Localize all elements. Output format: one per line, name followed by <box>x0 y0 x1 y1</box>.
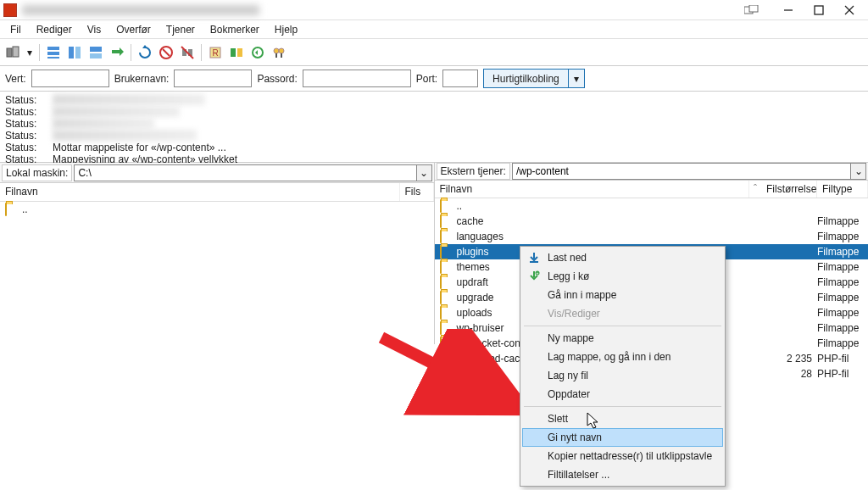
context-menu-item[interactable]: Gi nytt navn <box>522 428 723 447</box>
local-path-dropdown[interactable]: ⌄ <box>417 164 432 181</box>
close-button[interactable] <box>834 1 865 19</box>
svg-rect-7 <box>13 47 19 57</box>
file-name: cache <box>457 215 762 227</box>
sitemanager-dropdown[interactable]: ▾ <box>25 43 35 62</box>
svg-rect-1 <box>749 5 758 12</box>
context-menu-item[interactable]: Gå inn i mappe <box>522 286 723 304</box>
list-item[interactable]: cacheFilmappe <box>435 214 869 229</box>
host-input[interactable] <box>31 70 109 87</box>
log-line: Mottar mappeliste for «/wp-content» ... <box>53 142 226 153</box>
menu-rediger[interactable]: Rediger <box>30 22 79 37</box>
titlebar <box>0 0 868 20</box>
svg-text:R: R <box>212 48 218 58</box>
filter-icon[interactable]: R <box>206 43 225 62</box>
port-input[interactable] <box>442 70 478 87</box>
menu-bokmerker[interactable]: Bokmerker <box>203 22 266 37</box>
port-label: Port: <box>416 73 437 85</box>
context-menu-label: Gå inn i mappe <box>548 289 616 301</box>
local-file-list[interactable]: .. <box>0 202 434 344</box>
svg-point-26 <box>279 48 284 53</box>
folder-icon <box>440 214 442 228</box>
list-item[interactable]: .. <box>0 202 434 217</box>
context-menu-item[interactable]: Slett <box>522 409 723 428</box>
transfer-both-icon[interactable] <box>108 43 126 62</box>
user-label: Brukernavn: <box>114 73 170 85</box>
file-type: Filmappe <box>817 322 868 334</box>
context-menu-item[interactable]: Lag ny fil <box>522 366 723 385</box>
local-col-name[interactable]: Filnavn <box>0 183 400 201</box>
menu-vis[interactable]: Vis <box>81 22 108 37</box>
file-type: Filmappe <box>817 337 868 349</box>
remote-col-size[interactable]: Filstørrelse <box>761 181 817 198</box>
remote-columns: Filnavn ˆ Filstørrelse Filtype <box>435 181 869 198</box>
svg-rect-23 <box>237 48 242 57</box>
context-menu-label: Vis/Rediger <box>548 308 600 320</box>
svg-line-32 <box>381 337 526 410</box>
remote-path-dropdown[interactable]: ⌄ <box>851 163 866 180</box>
quickconnect-label: Hurtigtilkobling <box>484 70 569 87</box>
maximize-button[interactable] <box>804 1 834 19</box>
user-input[interactable] <box>174 70 252 87</box>
context-menu-item[interactable]: Lag mappe, og gå inn i den <box>522 348 723 366</box>
file-type: PHP-fil <box>817 353 868 365</box>
context-menu-item[interactable]: Last ned <box>522 248 723 267</box>
context-menu-item[interactable]: +Legg i kø <box>522 267 723 286</box>
app-icon <box>3 3 17 17</box>
disconnect-icon[interactable] <box>178 43 197 62</box>
quickconnect-button[interactable]: Hurtigtilkobling ▾ <box>483 69 585 88</box>
svg-point-25 <box>274 48 279 53</box>
file-panes: Lokal maskin: ⌄ Filnavn Fils .. Ekstern … <box>0 163 868 344</box>
toolbar: ▾ R <box>0 39 868 66</box>
local-pane: Lokal maskin: ⌄ Filnavn Fils .. <box>0 163 435 344</box>
local-columns: Filnavn Fils <box>0 183 434 202</box>
file-type: Filmappe <box>817 246 868 258</box>
remote-path-input[interactable] <box>512 163 851 180</box>
menu-hjelp[interactable]: Hjelp <box>268 22 304 37</box>
folder-icon <box>440 276 442 289</box>
toggle-queue-icon[interactable] <box>86 43 105 62</box>
list-item[interactable]: .. <box>435 198 869 214</box>
log-label: Status: <box>5 94 44 106</box>
search-icon[interactable] <box>270 43 288 62</box>
context-menu-label: Kopier nettadresse(r) til utklippstavle <box>548 450 712 462</box>
file-name: .. <box>457 200 762 212</box>
remote-col-name[interactable]: Filnavn <box>435 181 750 198</box>
tabs-indicator-icon <box>743 3 761 17</box>
refresh-icon[interactable] <box>136 43 154 62</box>
sitemanager-icon[interactable] <box>3 43 22 62</box>
quickconnect-dropdown[interactable]: ▾ <box>569 70 584 87</box>
svg-rect-11 <box>69 47 74 58</box>
menu-tjener[interactable]: Tjener <box>159 22 202 37</box>
list-item[interactable]: languagesFilmappe <box>435 229 869 244</box>
svg-rect-6 <box>7 48 12 57</box>
toggle-tree-icon[interactable] <box>65 43 84 62</box>
context-menu-item[interactable]: Oppdater <box>522 385 723 404</box>
file-size: 28 <box>761 368 817 380</box>
context-menu-item[interactable]: Filtillatelser ... <box>522 465 723 484</box>
menubar: Fil Rediger Vis Overfør Tjener Bokmerker… <box>0 20 868 39</box>
local-col-size[interactable]: Fils <box>400 183 434 201</box>
menu-fil[interactable]: Fil <box>3 22 28 37</box>
sync-icon[interactable] <box>248 43 267 62</box>
svg-rect-22 <box>231 48 236 57</box>
menu-overfor[interactable]: Overfør <box>109 22 158 37</box>
context-menu-item[interactable]: Kopier nettadresse(r) til utklippstavle <box>522 447 723 465</box>
file-type: Filmappe <box>817 292 868 303</box>
folder-icon <box>440 306 442 320</box>
pass-input[interactable] <box>303 70 411 87</box>
context-menu-item: Vis/Rediger <box>522 304 723 323</box>
context-menu-label: Last ned <box>548 252 587 264</box>
file-type: Filmappe <box>817 231 868 242</box>
folder-icon <box>5 203 7 216</box>
svg-rect-10 <box>47 57 59 58</box>
context-menu-label: Legg i kø <box>548 270 589 282</box>
toggle-log-icon[interactable] <box>44 43 63 62</box>
compare-icon[interactable] <box>227 43 246 62</box>
remote-col-type[interactable]: Filtype <box>817 181 868 198</box>
local-path-input[interactable] <box>74 164 416 181</box>
context-menu-item[interactable]: Ny mappe <box>522 329 723 348</box>
cancel-icon[interactable] <box>157 43 175 62</box>
minimize-button[interactable] <box>773 1 804 19</box>
remote-site-label: Ekstern tjener: <box>437 163 510 180</box>
sort-indicator-icon: ˆ <box>749 181 761 198</box>
